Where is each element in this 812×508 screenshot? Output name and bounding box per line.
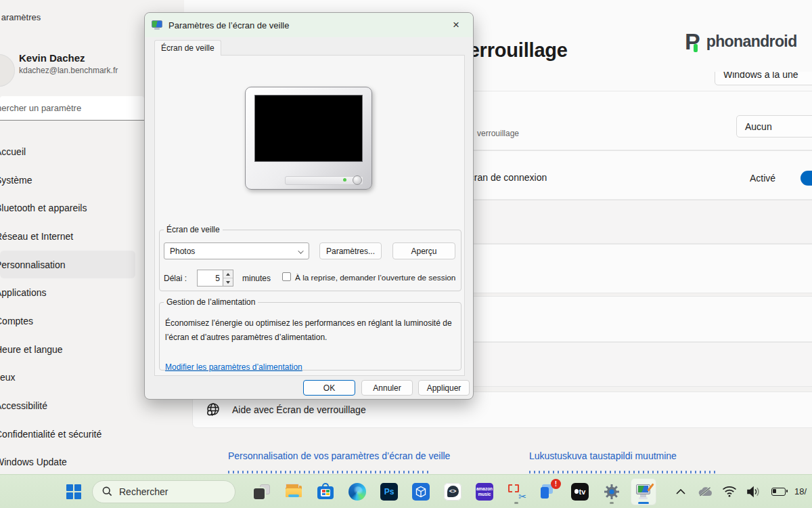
power-group: Gestion de l’alimentation Économisez l’é…: [159, 297, 461, 371]
sidebar-item-accessibilite[interactable]: Accessibilité: [0, 391, 135, 420]
snipping-tool-icon: ✂: [508, 483, 525, 501]
card-overlap: [704, 60, 812, 72]
snipping-tool-button[interactable]: ✂: [503, 478, 529, 505]
close-icon[interactable]: ×: [446, 16, 466, 34]
screensaver-preview-monitor: [245, 87, 372, 190]
preview-button[interactable]: Aperçu: [392, 242, 455, 259]
cube-app-button[interactable]: [408, 478, 434, 505]
chat-share-app-icon: <>: [444, 483, 461, 501]
apply-button[interactable]: Appliquer: [418, 380, 470, 396]
screensaver-dialog: Paramètres de l’écran de veille × Écran …: [144, 12, 474, 400]
dialog-tab-page: Écran de veille Photos Paramètres... Ape…: [154, 55, 465, 376]
screensaver-app-icon: [635, 484, 652, 500]
phone-link-icon: !: [539, 483, 557, 501]
minutes-label: minutes: [242, 274, 271, 283]
task-view-button[interactable]: [249, 478, 275, 505]
account-email: kdachez@lan.benchmark.fr: [19, 66, 118, 75]
tab-ecran-de-veille[interactable]: Écran de veille: [154, 40, 221, 56]
settings-search-input[interactable]: Rechercher un paramètre: [0, 96, 144, 121]
screensaver-settings-button[interactable]: Paramètres...: [319, 242, 382, 259]
screensaver-settings-app-button[interactable]: [631, 478, 656, 505]
delay-input[interactable]: 5: [198, 270, 223, 286]
resume-checkbox[interactable]: [282, 272, 291, 281]
search-icon: [102, 486, 112, 496]
sidebar-item-windows-update[interactable]: Windows Update: [0, 448, 135, 477]
cancel-button[interactable]: Annuler: [361, 380, 413, 396]
file-explorer-icon: [285, 483, 302, 501]
ok-button[interactable]: OK: [303, 380, 355, 396]
delay-label: Délai :: [164, 274, 187, 283]
signin-row-label: écran de connexion: [464, 172, 547, 183]
clipped-link-row[interactable]: [529, 471, 719, 473]
photoshop-button[interactable]: Ps: [376, 478, 402, 505]
link-lockscreen-estonian[interactable]: Lukustuskuva taustapildi muutmine: [529, 450, 677, 461]
settings-search-placeholder: Rechercher un paramètre: [0, 103, 81, 113]
amazon-music-button[interactable]: amazonmusic: [472, 478, 497, 505]
link-screensaver-settings[interactable]: Personnalisation de vos paramètres d’écr…: [228, 450, 450, 461]
dialog-title: Paramètres de l’écran de veille: [168, 20, 441, 30]
screensaver-group: Écran de veille Photos Paramètres... Ape…: [159, 225, 461, 291]
taskbar-search-placeholder: Rechercher: [119, 486, 168, 497]
sidebar-item-reseau[interactable]: Réseau et Internet: [0, 222, 135, 251]
lock-status-dropdown[interactable]: Aucun: [736, 115, 812, 137]
clipped-link-row[interactable]: [228, 471, 431, 473]
dialog-titlebar[interactable]: Paramètres de l’écran de veille ×: [145, 13, 473, 37]
notification-badge: !: [551, 479, 561, 489]
app-title: Paramètres: [1, 12, 143, 22]
sidebar-item-bluetooth[interactable]: Bluetooth et appareils: [0, 194, 135, 222]
taskbar: Rechercher Ps <>: [0, 474, 812, 508]
monitor-power-button: [353, 175, 362, 185]
sidebar-nav: Accueil Système Bluetooth et appareils R…: [0, 137, 144, 476]
sidebar-item-confidentialite[interactable]: Confidentialité et sécurité: [0, 420, 135, 448]
gear-icon: [603, 483, 621, 501]
sidebar-item-comptes[interactable]: Comptes: [0, 307, 135, 335]
settings-button[interactable]: [599, 478, 625, 505]
volume-icon[interactable]: [746, 484, 762, 500]
help-label: Aide avec Écran de verrouillage: [232, 404, 366, 415]
spin-down-button[interactable]: [223, 278, 233, 286]
signin-toggle[interactable]: [800, 171, 812, 186]
taskbar-clock[interactable]: 18/: [794, 486, 812, 496]
battery-icon[interactable]: [770, 484, 786, 500]
taskbar-search[interactable]: Rechercher: [92, 480, 235, 503]
avatar[interactable]: [0, 54, 15, 87]
sidebar-item-applications[interactable]: Applications: [0, 278, 135, 307]
globe-help-icon: [205, 402, 221, 418]
power-description: Économisez l’énergie ou optimisez les pe…: [165, 316, 456, 345]
account-name: Kevin Dachez: [19, 52, 85, 64]
photoshop-icon: Ps: [380, 483, 398, 501]
wifi-icon[interactable]: [721, 484, 738, 500]
edge-icon: [348, 483, 366, 501]
sidebar-item-jeux[interactable]: Jeux: [0, 364, 135, 392]
power-settings-link[interactable]: Modifier les paramètres d’alimentation: [165, 362, 302, 372]
spin-up-button[interactable]: [223, 270, 233, 278]
apple-tv-icon: tv: [571, 483, 589, 501]
phonandroid-p-icon: P: [685, 31, 700, 51]
sidebar-item-heure-langue[interactable]: Heure et langue: [0, 335, 135, 364]
windows-logo-icon: [66, 484, 81, 499]
amazon-music-icon: amazonmusic: [476, 483, 493, 501]
screensaver-select[interactable]: Photos: [164, 242, 309, 259]
phonandroid-logo: P phonandroid: [685, 31, 797, 51]
sidebar-item-systeme[interactable]: Système: [0, 166, 135, 194]
delay-spinner[interactable]: 5: [197, 270, 233, 287]
start-button[interactable]: [62, 478, 85, 505]
cube-app-icon: [412, 483, 430, 501]
task-view-icon: [253, 483, 271, 501]
sidebar-item-personnalisation[interactable]: Personnalisation: [0, 251, 135, 279]
microsoft-store-icon: [317, 483, 334, 501]
onedrive-paused-icon[interactable]: [697, 484, 713, 500]
lock-row-sublabel: verrouillage: [477, 129, 519, 138]
file-explorer-button[interactable]: [281, 478, 307, 505]
preview-screen: [254, 95, 363, 162]
tray-chevron-up-icon[interactable]: [673, 484, 689, 500]
apple-tv-button[interactable]: tv: [567, 478, 593, 505]
phone-link-button[interactable]: !: [535, 478, 561, 505]
signin-status-text: Activé: [750, 173, 775, 184]
microsoft-store-button[interactable]: [313, 478, 338, 505]
chat-share-app-button[interactable]: <>: [440, 478, 466, 505]
sidebar-item-accueil[interactable]: Accueil: [0, 137, 135, 166]
edge-button[interactable]: [344, 478, 370, 505]
chevron-down-icon: [298, 248, 303, 253]
screensaver-dialog-icon: [152, 20, 163, 30]
